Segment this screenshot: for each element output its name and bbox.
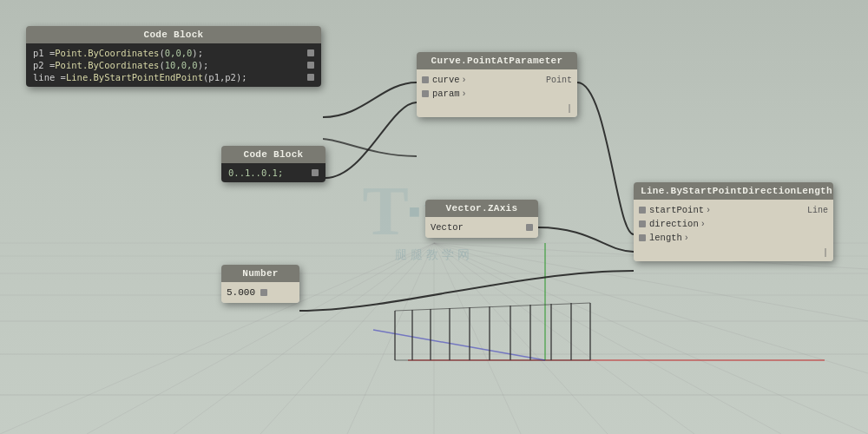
code-line-1: p1 = Point.ByCoordinates(0,0,0); bbox=[26, 47, 321, 59]
port-out-line[interactable] bbox=[307, 74, 314, 81]
port-out-number[interactable] bbox=[260, 289, 267, 296]
port-out-range[interactable] bbox=[312, 169, 319, 176]
vector-zaxis-header: Vector.ZAxis bbox=[425, 200, 538, 217]
code-block-large-body: p1 = Point.ByCoordinates(0,0,0); p2 = Po… bbox=[26, 43, 321, 87]
direction-label: direction bbox=[649, 219, 699, 229]
port-in-param[interactable] bbox=[422, 90, 429, 97]
vector-output-label: Vector bbox=[431, 222, 464, 233]
code-block-small-header: Code Block bbox=[221, 146, 326, 163]
code-line-2: p2 = Point.ByCoordinates(10,0,0); bbox=[26, 59, 321, 71]
number-value-text: 5.000 bbox=[227, 287, 255, 298]
port-out-vector[interactable] bbox=[526, 224, 533, 231]
param-input-row: param › bbox=[417, 87, 577, 101]
number-header: Number bbox=[221, 265, 299, 282]
port-in-length[interactable] bbox=[639, 234, 646, 241]
curve-node-footer: | bbox=[417, 104, 577, 114]
port-out-p2[interactable] bbox=[307, 62, 314, 69]
curve-label: curve bbox=[432, 75, 460, 85]
startpoint-label: startPoint bbox=[649, 205, 704, 215]
code-block-small-node[interactable]: Code Block 0..1..0.1; bbox=[221, 146, 326, 182]
code-block-small-value: 0..1..0.1; bbox=[221, 167, 326, 179]
port-in-curve[interactable] bbox=[422, 76, 429, 83]
code-block-large-node[interactable]: Code Block p1 = Point.ByCoordinates(0,0,… bbox=[26, 26, 321, 87]
line-node-body: startPoint › Line direction › length › | bbox=[634, 200, 833, 261]
direction-row: direction › bbox=[634, 217, 833, 231]
param-label: param bbox=[432, 89, 460, 99]
code-block-large-header: Code Block bbox=[26, 26, 321, 43]
length-row: length › bbox=[634, 231, 833, 245]
code-line-3: line = Line.ByStartPointEndPoint(p1,p2); bbox=[26, 71, 321, 83]
vector-zaxis-body: Vector bbox=[425, 217, 538, 238]
length-label: length bbox=[649, 233, 682, 243]
vector-output-row: Vector bbox=[425, 220, 538, 234]
curve-point-header: Curve.PointAtParameter bbox=[417, 52, 577, 69]
port-in-direction[interactable] bbox=[639, 220, 646, 227]
curve-point-body: curve › Point param › | bbox=[417, 69, 577, 117]
port-out-p1[interactable] bbox=[307, 49, 314, 56]
number-body: 5.000 bbox=[221, 282, 299, 303]
vector-zaxis-node[interactable]: Vector.ZAxis Vector bbox=[425, 200, 538, 238]
curve-input-row: curve › Point bbox=[417, 73, 577, 87]
point-output-label: Point bbox=[546, 76, 572, 85]
number-value-row: 5.000 bbox=[221, 286, 299, 299]
curve-point-at-parameter-node[interactable]: Curve.PointAtParameter curve › Point par… bbox=[417, 52, 577, 117]
line-node-footer: | bbox=[634, 248, 833, 258]
port-in-startpoint[interactable] bbox=[639, 207, 646, 214]
line-by-startpoint-direction-length-node[interactable]: Line.ByStartPointDirectionLength startPo… bbox=[634, 182, 833, 261]
code-block-small-body: 0..1..0.1; bbox=[221, 163, 326, 182]
startpoint-row: startPoint › Line bbox=[634, 203, 833, 217]
line-node-header: Line.ByStartPointDirectionLength bbox=[634, 182, 833, 200]
number-node[interactable]: Number 5.000 bbox=[221, 265, 299, 303]
line-output-label: Line bbox=[807, 206, 828, 215]
